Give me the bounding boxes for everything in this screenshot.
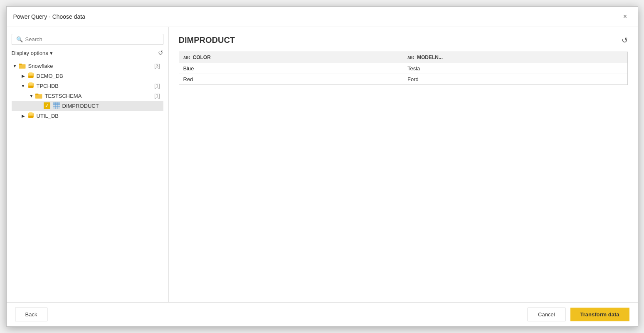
col-type-icon-modeln: ABC [407,55,415,60]
col-label-modeln: MODELN... [417,55,443,60]
display-options-label: Display options [12,50,48,56]
col-label-color: COLOR [193,55,211,60]
tree-item-demo-db[interactable]: ▶ DEMO_DB [12,71,163,81]
svg-rect-13 [53,102,60,104]
expand-arrow-util-db: ▶ [20,112,27,119]
tree-item-dimproduct[interactable]: DIMPRODUCT [12,101,163,111]
cell-color-1: Blue [179,63,403,74]
folder-icon-testschema [35,92,43,99]
col-header-modeln: ABC MODELN... [403,52,628,63]
right-panel: DIMPRODUCT ↺ ABC COLOR [169,27,638,302]
left-panel: 🔍 Display options ▾ ↺ ▼ [7,27,169,302]
table-row: Red Ford [179,74,627,85]
tree-container[interactable]: ▼ Snowflake [3] ▶ [12,61,163,297]
svg-text:ABC: ABC [183,55,190,60]
svg-point-5 [28,72,34,75]
db-icon-util-db [27,112,35,119]
tree-item-tpchdb[interactable]: ▼ TPCHDB [1] [12,81,163,91]
svg-text:ABC: ABC [407,55,414,60]
transform-data-button[interactable]: Transform data [570,308,629,321]
display-options-button[interactable]: Display options ▾ [12,50,53,56]
expand-arrow-snowflake: ▼ [12,62,18,69]
tree-count-tpchdb: [1] [154,83,160,89]
tree-item-snowflake[interactable]: ▼ Snowflake [3] [12,61,163,71]
svg-rect-1 [19,64,22,65]
display-options-row: Display options ▾ ↺ [12,49,163,57]
footer: Back Cancel Transform data [7,302,638,326]
checkbox-dimproduct[interactable] [43,102,51,109]
search-icon: 🔍 [16,36,23,42]
cell-model-1: Tesla [403,63,628,74]
tree-label-testschema: TESTSCHEMA [45,93,155,99]
expand-arrow-demo-db: ▶ [20,72,27,79]
table-body: Blue Tesla Red Ford [179,63,627,85]
title-bar: Power Query - Choose data × [7,7,638,27]
svg-rect-0 [19,64,26,69]
tree-label-util-db: UTIL_DB [37,113,163,119]
tree-label-demo-db: DEMO_DB [37,73,163,79]
footer-right: Cancel Transform data [528,308,629,321]
svg-rect-10 [35,94,42,99]
chevron-down-icon: ▾ [50,50,53,56]
tree-count-testschema: [1] [154,93,160,99]
expand-arrow-tpchdb: ▼ [20,82,27,89]
table-row: Blue Tesla [179,63,627,74]
dialog-title: Power Query - Choose data [13,13,86,20]
svg-point-20 [28,116,34,118]
table-title: DIMPRODUCT [179,35,235,45]
left-panel-refresh-button[interactable]: ↺ [158,49,163,57]
svg-point-4 [28,76,34,78]
db-icon-demo-db [27,72,35,80]
close-button[interactable]: × [619,11,631,22]
dialog: Power Query - Choose data × 🔍 Display op… [6,6,638,327]
tree-item-testschema[interactable]: ▼ TESTSCHEMA [1] [12,91,163,101]
table-icon-dimproduct [52,102,61,109]
folder-icon-snowflake [18,62,27,70]
table-title-row: DIMPRODUCT ↺ [179,35,628,45]
svg-rect-11 [35,94,39,95]
svg-point-21 [28,112,34,115]
tree-item-util-db[interactable]: ▶ UTIL_DB [12,111,163,121]
cell-color-2: Red [179,74,403,85]
data-table: ABC COLOR ABC [179,52,628,85]
back-button[interactable]: Back [15,308,48,321]
search-input[interactable] [25,36,159,42]
tree-label-snowflake: Snowflake [28,63,155,69]
tree-count-snowflake: [3] [154,63,160,69]
col-header-color: ABC COLOR [179,52,403,63]
svg-point-8 [28,86,34,88]
table-refresh-button[interactable]: ↺ [622,36,628,45]
tree-label-dimproduct: DIMPRODUCT [62,103,163,109]
tree-label-tpchdb: TPCHDB [37,83,155,89]
cancel-button[interactable]: Cancel [528,308,565,321]
db-icon-tpchdb [27,82,35,89]
search-box: 🔍 [12,34,163,45]
svg-point-9 [28,82,34,85]
table-header-row: ABC COLOR ABC [179,52,627,63]
cell-model-2: Ford [403,74,628,85]
checkbox-checked-icon [44,102,50,109]
main-content: 🔍 Display options ▾ ↺ ▼ [7,27,638,302]
col-type-icon-color: ABC [183,55,191,60]
expand-arrow-testschema: ▼ [28,92,35,99]
